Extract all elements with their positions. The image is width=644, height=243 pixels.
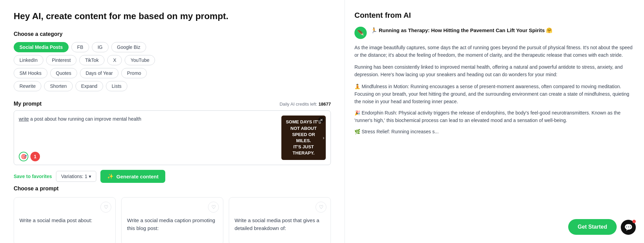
prompt-image: Some days it's not about speed or miles.…: [281, 116, 326, 160]
page-title: Hey AI, create content for me based on m…: [14, 11, 331, 22]
heart-button-3[interactable]: ♡: [316, 202, 326, 213]
tag-google-biz[interactable]: Google Biz: [111, 42, 146, 52]
tag-linkedin[interactable]: LinkedIn: [14, 55, 43, 65]
tag-quotes[interactable]: Quotes: [50, 68, 77, 78]
chevron-down-icon: ▾: [89, 174, 91, 179]
category-row-4: Rewrite Shorten Expand Lists: [14, 81, 331, 91]
tag-lists[interactable]: Lists: [106, 81, 127, 91]
chat-icon: 💬: [624, 223, 633, 231]
prompt-card-text-3: Write a social media post that gives a d…: [235, 217, 325, 232]
ai-post-title: 🏃 Running as Therapy: How Hitting the Pa…: [371, 27, 553, 34]
left-panel: Hey AI, create content for me based on m…: [0, 0, 345, 243]
variations-label: Variations: 1: [61, 174, 87, 179]
chevron-right-icon: ›: [323, 135, 324, 140]
prompt-card-text-1: Write a social media post about:: [19, 217, 110, 225]
choose-prompt-section: Choose a prompt ♡ Write a social media p…: [14, 186, 331, 243]
tag-days-of-year[interactable]: Days of Year: [80, 68, 118, 78]
prompt-text[interactable]: write a post about how running can impro…: [19, 116, 277, 160]
category-section-title: Choose a category: [14, 31, 331, 37]
category-section: Choose a category Social Media Posts FB …: [14, 31, 331, 91]
tag-rewrite[interactable]: Rewrite: [14, 81, 41, 91]
ai-content: As the image beautifully captures, some …: [354, 44, 634, 135]
prompt-box: My prompt Daily AI credits left: 18677 w…: [14, 101, 331, 183]
prompt-card-text-2: Write a social media caption promoting t…: [127, 217, 218, 232]
choose-prompt-title: Choose a prompt: [14, 186, 331, 192]
prompt-card-1[interactable]: ♡ Write a social media post about:: [14, 197, 116, 243]
right-panel-title: Content from AI: [354, 11, 634, 20]
ai-avatar: 🪶: [354, 27, 367, 39]
feather-icon: 🪶: [357, 30, 364, 36]
ai-para-2: Running has been consistently linked to …: [354, 63, 634, 79]
prompt-rest: a post about how running can improve men…: [29, 116, 141, 122]
action-row: Save to favorites Variations: 1 ▾ ✨ Gene…: [14, 170, 331, 183]
generate-content-button[interactable]: ✨ Generate content: [100, 170, 165, 183]
prompt-cards: ♡ Write a social media post about: ♡ Wri…: [14, 197, 331, 243]
category-row-3: SM Hooks Quotes Days of Year Promo: [14, 68, 331, 78]
heart-button-1[interactable]: ♡: [100, 202, 111, 213]
tag-youtube[interactable]: YouTube: [125, 55, 155, 65]
prompt-card-3[interactable]: ♡ Write a social media post that gives a…: [229, 197, 331, 243]
heart-button-2[interactable]: ♡: [208, 202, 219, 213]
credits-text: Daily AI credits left: 18677: [280, 102, 331, 107]
tag-expand[interactable]: Expand: [75, 81, 103, 91]
tag-x[interactable]: X: [107, 55, 122, 65]
prompt-area[interactable]: write a post about how running can impro…: [14, 110, 331, 165]
ai-bullet-3: 🌿 Stress Relief: Running increases s...: [354, 128, 634, 135]
ai-bullet-2: 🎉 Endorphin Rush: Physical activity trig…: [354, 109, 634, 124]
tag-ig[interactable]: IG: [92, 42, 109, 52]
ai-bullet-1: 🧘 Mindfulness in Motion: Running encoura…: [354, 83, 634, 106]
save-favorites-button[interactable]: Save to favorites: [14, 174, 52, 179]
right-panel: Content from AI 🪶 🏃 Running as Therapy: …: [345, 0, 644, 243]
ai-header: 🪶 🏃 Running as Therapy: How Hitting the …: [354, 27, 634, 39]
wand-icon: ✨: [107, 173, 114, 179]
credits-value: 18677: [319, 102, 331, 107]
category-row-2: LinkedIn Pinterest TikTok X YouTube: [14, 55, 331, 65]
ai-para-1: As the image beautifully captures, some …: [354, 44, 634, 59]
emoji-icon-button[interactable]: 🎯: [19, 152, 28, 161]
tag-promo[interactable]: Promo: [121, 68, 147, 78]
tag-pinterest[interactable]: Pinterest: [46, 55, 76, 65]
prompt-underline-word: write: [19, 116, 29, 122]
chat-notification-dot: [632, 220, 636, 223]
tag-fb[interactable]: FB: [71, 42, 89, 52]
tag-sm-hooks[interactable]: SM Hooks: [14, 68, 47, 78]
prompt-header: My prompt Daily AI credits left: 18677: [14, 101, 331, 107]
get-started-button[interactable]: Get Started: [568, 219, 617, 235]
tag-social-media-posts[interactable]: Social Media Posts: [14, 42, 69, 52]
generate-label: Generate content: [116, 174, 158, 179]
tag-tiktok[interactable]: TikTok: [79, 55, 104, 65]
prompt-icon-group: 🎯 1: [19, 152, 40, 161]
notification-badge[interactable]: 1: [30, 152, 40, 161]
tag-shorten[interactable]: Shorten: [44, 81, 72, 91]
chat-button[interactable]: 💬: [621, 220, 636, 235]
close-image-button[interactable]: ✕: [318, 117, 324, 123]
prompt-title: My prompt: [14, 101, 42, 107]
prompt-image-text: Some days it's not about speed or miles.…: [281, 116, 326, 159]
variations-button[interactable]: Variations: 1 ▾: [56, 171, 96, 182]
prompt-card-2[interactable]: ♡ Write a social media caption promoting…: [121, 197, 223, 243]
category-row-1: Social Media Posts FB IG Google Biz: [14, 42, 331, 52]
